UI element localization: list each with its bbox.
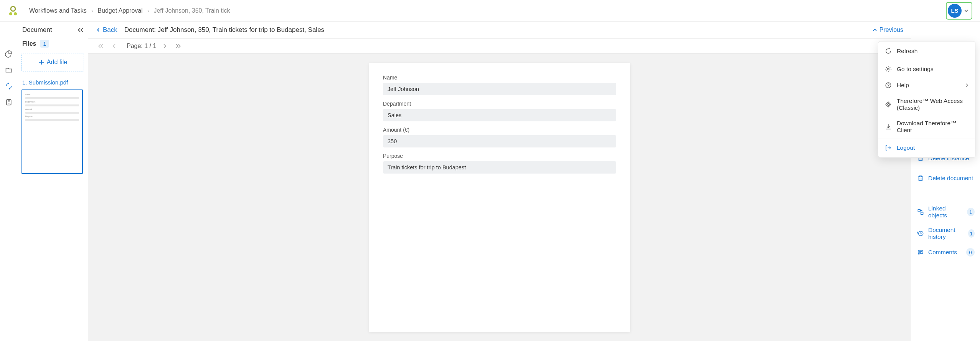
collapse-icon[interactable] (77, 27, 84, 33)
next-page-button[interactable] (162, 42, 168, 50)
chevron-down-icon (964, 8, 968, 13)
page-thumbnail[interactable]: Name Department Amount Purpose (21, 89, 83, 174)
field-value-amount: 350 (383, 135, 616, 147)
user-dropdown-menu: Refresh Go to settings Help (878, 41, 975, 158)
field-label-purpose: Purpose (383, 153, 616, 159)
document-title: Document: Jeff Johnson, 350, Train ticke… (124, 26, 324, 34)
comments-action[interactable]: Comments 0 (917, 247, 975, 258)
chevron-right-icon (965, 83, 969, 88)
file-item[interactable]: 1. Submission.pdf (21, 77, 88, 89)
document-viewport: Name Jeff Johnson Department Sales Amoun… (88, 54, 911, 341)
app-logo (5, 3, 21, 18)
prev-page-button[interactable] (111, 42, 117, 50)
svg-point-12 (888, 68, 889, 70)
app-header: Workflows and Tasks › Budget Approval › … (0, 0, 980, 22)
field-value-department: Sales (383, 109, 616, 121)
menu-help[interactable]: Help (878, 77, 975, 93)
field-label-department: Department (383, 101, 616, 107)
files-label: Files (22, 40, 36, 47)
chevron-up-icon (873, 28, 877, 32)
chevron-right-icon: › (147, 8, 149, 14)
main-content: Back Document: Jeff Johnson, 350, Train … (88, 22, 911, 341)
field-label-name: Name (383, 74, 616, 81)
pager-toolbar: Page: 1 / 1 (88, 39, 911, 54)
panel-title: Document (22, 26, 52, 34)
svg-point-0 (11, 7, 15, 11)
nav-rail (0, 22, 18, 341)
download-icon (884, 123, 892, 131)
first-page-button[interactable] (96, 42, 105, 50)
svg-rect-9 (918, 209, 920, 212)
user-menu-button[interactable]: LS (946, 2, 972, 20)
breadcrumb: Workflows and Tasks › Budget Approval › … (29, 7, 946, 14)
files-count-badge: 1 (40, 40, 49, 48)
field-value-purpose: Train tickets for trip to Budapest (383, 161, 616, 174)
clipboard-icon[interactable] (4, 98, 13, 107)
link-icon (917, 208, 924, 216)
document-page: Name Jeff Johnson Department Sales Amoun… (369, 63, 630, 332)
chevron-left-icon (96, 28, 101, 32)
refresh-icon (884, 47, 892, 55)
document-panel: Document Files 1 Add file 1. Submission.… (18, 22, 88, 341)
menu-logout[interactable]: Logout (878, 140, 975, 156)
field-label-amount: Amount (€) (383, 127, 616, 133)
plus-icon (38, 59, 45, 65)
menu-download[interactable]: Download Therefore™ Client (878, 116, 975, 138)
back-button[interactable]: Back (96, 26, 117, 34)
svg-point-1 (9, 12, 12, 15)
trash-icon (917, 174, 924, 182)
diamond-icon (884, 101, 892, 108)
doc-history-count-badge: 1 (968, 229, 975, 238)
folder-icon[interactable] (4, 65, 13, 74)
gear-icon (884, 65, 892, 73)
breadcrumb-item: Jeff Johnson, 350, Train tickets fo (153, 7, 230, 14)
avatar: LS (948, 4, 962, 18)
linked-objects-action[interactable]: Linked objects 1 (917, 204, 975, 220)
breadcrumb-item[interactable]: Workflows and Tasks (29, 7, 87, 14)
previous-button[interactable]: Previous (873, 26, 903, 33)
add-file-button[interactable]: Add file (21, 53, 84, 71)
comment-icon (917, 248, 924, 256)
history-icon (917, 230, 924, 237)
svg-point-2 (14, 12, 17, 15)
help-icon (884, 81, 892, 89)
document-history-action[interactable]: Document history 1 (917, 225, 975, 242)
chart-icon[interactable] (4, 49, 13, 58)
logout-icon (884, 144, 892, 152)
linked-count-badge: 1 (967, 208, 975, 216)
svg-rect-10 (921, 212, 923, 215)
delete-document-action[interactable]: Delete document (917, 173, 975, 184)
field-value-name: Jeff Johnson (383, 83, 616, 95)
files-header: Files 1 (21, 37, 88, 51)
page-indicator: Page: 1 / 1 (127, 43, 156, 50)
comments-count-badge: 0 (966, 248, 975, 257)
menu-settings[interactable]: Go to settings (878, 61, 975, 77)
workflow-icon[interactable] (0, 81, 13, 91)
content-header: Back Document: Jeff Johnson, 350, Train … (88, 22, 911, 39)
breadcrumb-item[interactable]: Budget Approval (97, 7, 142, 14)
last-page-button[interactable] (174, 42, 183, 50)
menu-refresh[interactable]: Refresh (878, 43, 975, 59)
chevron-right-icon: › (91, 8, 93, 14)
menu-classic[interactable]: Therefore™ Web Access (Classic) (878, 93, 975, 116)
